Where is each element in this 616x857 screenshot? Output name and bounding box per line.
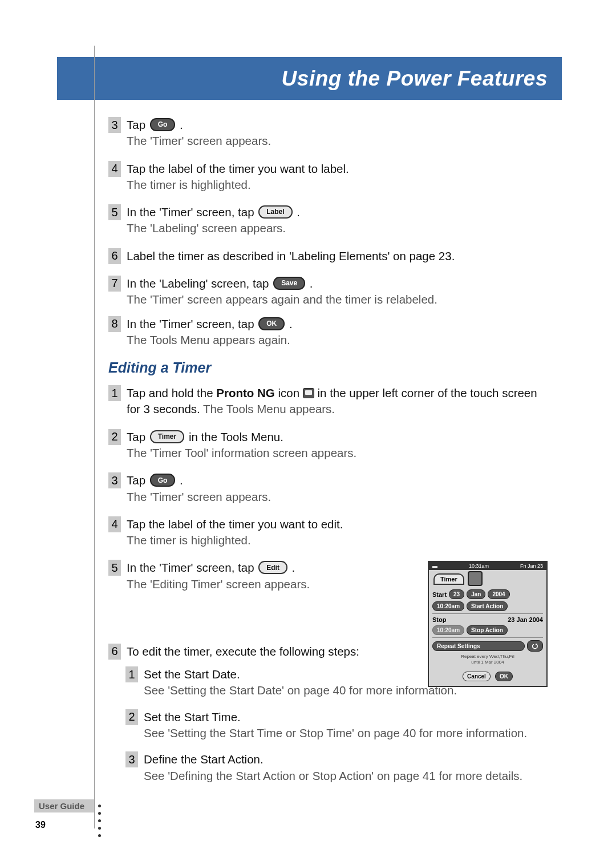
timer-clock: 10:31am [469, 563, 489, 569]
go-button: Go [150, 118, 176, 131]
step-number: 3 [108, 472, 121, 488]
step-text: Tap the label of the timer you want to e… [127, 518, 343, 531]
page-header: Using the Power Features [57, 57, 562, 100]
step-text: Tap Go . [127, 118, 183, 131]
step-sub: The 'Editing Timer' screen appears. [127, 577, 310, 591]
label-button: Label [258, 205, 292, 219]
year-button: 2004 [488, 589, 509, 599]
edit-button: Edit [258, 561, 287, 574]
start-label: Start [432, 591, 447, 598]
vertical-rule [94, 46, 95, 828]
step-3: 3 Tap Go . The 'Timer' screen appears. [108, 117, 548, 149]
step-sub: The 'Timer' screen appears again and the… [127, 293, 437, 306]
step-sub: The 'Labeling' screen appears. [127, 221, 286, 235]
step-number: 5 [108, 560, 121, 576]
repeat-description: Repeat every Wed,Thu,Fri until 1 Mar 200… [432, 654, 543, 665]
step-b4: 4 Tap the label of the timer you want to… [108, 516, 548, 549]
start-action-button: Start Action [467, 601, 508, 611]
ok-button: OK [495, 672, 513, 681]
stop-time-button: 10:20am [432, 625, 464, 635]
step-b2: 2 Tap Timer in the Tools Menu. The 'Time… [108, 429, 548, 462]
step-number: 2 [108, 429, 121, 445]
decorative-dots [98, 805, 101, 837]
step-b3: 3 Tap Go . The 'Timer' screen appears. [108, 472, 548, 505]
footer-label: User Guide [34, 799, 94, 812]
step-number: 6 [108, 248, 121, 264]
step-sub: The timer is highlighted. [127, 178, 251, 191]
section-heading: Editing a Timer [108, 359, 548, 376]
step-sub: The 'Timer' screen appears. [127, 134, 271, 147]
cancel-button: Cancel [463, 672, 491, 681]
page-title: Using the Power Features [282, 67, 548, 91]
battery-icon: ▬ [432, 563, 437, 569]
step-text: Set the Start Time. [144, 710, 241, 723]
step-sub: The 'Timer Tool' information screen appe… [127, 446, 356, 459]
step-number: 4 [108, 161, 121, 177]
clock-icon [468, 571, 483, 586]
stop-label: Stop [432, 616, 446, 623]
step-text: In the 'Timer' screen, tap Label . [127, 205, 300, 219]
step-number: 3 [125, 751, 138, 767]
step-6: 6 Label the timer as described in 'Label… [108, 248, 548, 264]
step-5: 5 In the 'Timer' screen, tap Label . The… [108, 204, 548, 237]
step-text: Tap Go . [127, 474, 183, 487]
step-number: 1 [125, 666, 138, 682]
ok-button: OK [258, 317, 285, 330]
step-text: In the 'Timer' screen, tap OK . [127, 317, 293, 330]
step-8: 8 In the 'Timer' screen, tap OK . The To… [108, 316, 548, 349]
step-7: 7 In the 'Labeling' screen, tap Save . T… [108, 276, 548, 308]
page-number: 39 [35, 820, 46, 830]
step-text: Set the Start Date. [144, 668, 240, 681]
step-sub: The 'Timer' screen appears. [127, 490, 271, 503]
step-text: Define the Start Action. [144, 753, 264, 766]
stop-action-button: Stop Action [467, 625, 508, 635]
start-time-button: 10:20am [432, 601, 464, 611]
step-number: 4 [108, 516, 121, 532]
step-number: 1 [108, 385, 121, 401]
step-sub: The Tools Menu appears again. [127, 333, 290, 346]
step-text: Tap the label of the timer you want to l… [127, 162, 349, 175]
day-button: 23 [449, 589, 464, 599]
step-sub: See 'Setting the Start Time or Stop Time… [144, 726, 527, 739]
step-sub: The Tools Menu appears. [203, 402, 335, 415]
step-text: Label the timer as described in 'Labelin… [127, 249, 455, 262]
step-number: 6 [108, 644, 121, 660]
step-text: Tap Timer in the Tools Menu. [127, 430, 283, 443]
timer-date: Fri Jan 23 [520, 563, 543, 569]
timer-button: Timer [150, 430, 184, 443]
timer-screen-illustration: ▬ 10:31am Fri Jan 23 Timer Start 23 Jan … [428, 561, 548, 687]
step-4: 4 Tap the label of the timer you want to… [108, 161, 548, 193]
step-sub: See 'Setting the Start Date' on page 40 … [144, 684, 457, 697]
step-sub: See 'Defining the Start Action or Stop A… [144, 769, 522, 782]
step-text: In the 'Labeling' screen, tap Save . [127, 277, 313, 290]
step-number: 3 [108, 117, 121, 133]
refresh-icon: ⭯ [527, 640, 543, 652]
step-text: In the 'Timer' screen, tap Edit . [127, 561, 295, 574]
step-number: 7 [108, 276, 121, 292]
step-number: 2 [125, 709, 138, 725]
timer-tab: Timer [433, 573, 464, 585]
timer-topbar: ▬ 10:31am Fri Jan 23 [429, 562, 546, 570]
go-button: Go [150, 474, 176, 487]
step-b1: 1 Tap and hold the Pronto NG icon in the… [108, 385, 548, 418]
save-button: Save [273, 277, 305, 290]
step-number: 8 [108, 316, 121, 332]
step-number: 5 [108, 204, 121, 220]
stop-date: 23 Jan 2004 [508, 616, 543, 623]
month-button: Jan [467, 589, 485, 599]
substep-2: 2 Set the Start Time. See 'Setting the S… [125, 709, 548, 742]
step-sub: The timer is highlighted. [127, 533, 251, 547]
substep-3: 3 Define the Start Action. See 'Defining… [125, 751, 548, 784]
step-text: To edit the timer, execute the following… [127, 645, 359, 658]
repeat-settings-button: Repeat Settings [432, 641, 525, 651]
pronto-icon [303, 388, 314, 398]
